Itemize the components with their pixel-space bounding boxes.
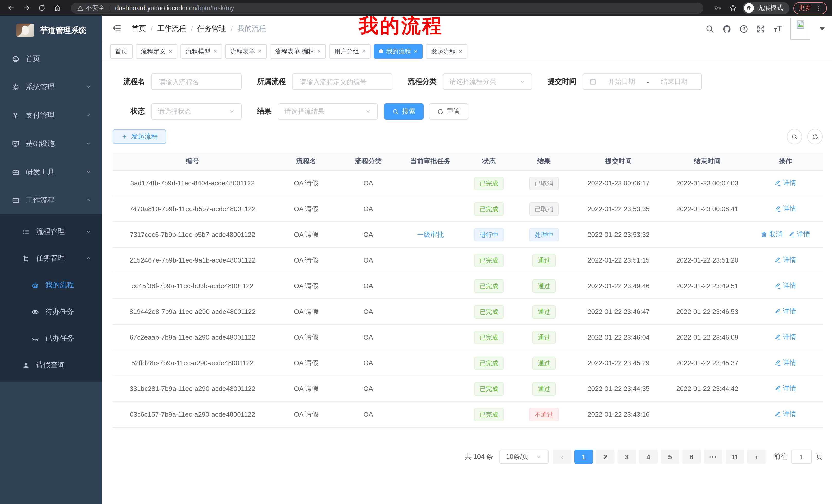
reset-button[interactable]: 重置 bbox=[429, 103, 468, 120]
page-button[interactable]: 5 bbox=[661, 450, 679, 464]
sidebar-item-payment[interactable]: ¥ 支付管理 bbox=[0, 101, 102, 130]
sidebar-item-process-mgmt[interactable]: 流程管理 bbox=[0, 218, 102, 245]
detail-button[interactable]: 详情 bbox=[775, 358, 796, 368]
detail-button[interactable]: 详情 bbox=[775, 281, 796, 290]
sidebar-item-task-mgmt[interactable]: 任务管理 bbox=[0, 245, 102, 272]
sidebar-item-label: 已办任务 bbox=[45, 334, 74, 343]
edit-pencil-icon bbox=[788, 231, 795, 238]
close-icon[interactable]: × bbox=[362, 48, 366, 55]
sidebar-item-devtools[interactable]: 研发工具 bbox=[0, 158, 102, 186]
sidebar-collapse-icon[interactable] bbox=[109, 23, 125, 34]
chevron-down-icon bbox=[519, 78, 525, 85]
view-tab[interactable]: 流程表单-编辑 × bbox=[270, 44, 326, 59]
detail-button[interactable]: 详情 bbox=[775, 410, 796, 419]
back-icon[interactable] bbox=[5, 2, 17, 13]
sidebar-item-home[interactable]: 首页 bbox=[0, 45, 102, 73]
calendar-icon bbox=[589, 78, 597, 86]
page-button[interactable]: 1 bbox=[574, 450, 593, 464]
page-button[interactable]: 4 bbox=[639, 450, 658, 464]
security-label: 不安全 bbox=[86, 4, 104, 12]
view-tab[interactable]: 流程模型 × bbox=[181, 44, 222, 59]
bookmark-star-icon[interactable] bbox=[727, 2, 738, 13]
close-icon[interactable]: × bbox=[213, 48, 217, 55]
sidebar-item-todo-tasks[interactable]: 待办任务 bbox=[0, 299, 102, 325]
detail-button[interactable]: 详情 bbox=[775, 256, 796, 265]
sidebar-item-workflow[interactable]: 工作流程 bbox=[0, 186, 102, 214]
page-size-select[interactable]: 10条/页 bbox=[499, 450, 549, 464]
category-select[interactable]: 请选择流程分类 bbox=[443, 74, 532, 90]
page-button[interactable]: › bbox=[747, 450, 766, 464]
browser-menu-icon[interactable]: ⋮ bbox=[815, 5, 822, 11]
close-icon[interactable]: × bbox=[258, 48, 262, 55]
detail-button[interactable]: 详情 bbox=[775, 178, 796, 188]
page-button[interactable]: 11 bbox=[726, 450, 744, 464]
breadcrumb-workflow[interactable]: 工作流程 bbox=[157, 24, 186, 33]
app-logo[interactable]: 芋道管理系统 bbox=[0, 16, 102, 45]
font-size-icon[interactable]: TT bbox=[774, 25, 782, 33]
address-bar[interactable]: 不安全 dashboard.yudao.iocoder.cn/bpm/task/… bbox=[71, 2, 703, 13]
sidebar-item-infra[interactable]: 基础设施 bbox=[0, 130, 102, 158]
fullscreen-icon[interactable] bbox=[757, 24, 765, 33]
page-button[interactable]: ‹ bbox=[553, 450, 571, 464]
view-tab[interactable]: 流程表单 × bbox=[225, 44, 267, 59]
sidebar-item-done-tasks[interactable]: 已办任务 bbox=[0, 325, 102, 352]
col-header-name: 流程名 bbox=[272, 157, 340, 166]
search-button[interactable]: 搜索 bbox=[384, 103, 424, 120]
close-icon[interactable]: × bbox=[317, 48, 321, 55]
process-def-input[interactable] bbox=[292, 74, 392, 90]
cancel-button[interactable]: 取消 bbox=[761, 230, 782, 239]
jump-page-input[interactable] bbox=[791, 450, 812, 464]
home-icon[interactable] bbox=[51, 2, 63, 13]
detail-button[interactable]: 详情 bbox=[788, 230, 810, 239]
github-icon[interactable] bbox=[723, 24, 731, 33]
refresh-table-button[interactable] bbox=[807, 129, 823, 144]
url-path[interactable]: /bpm/task/my bbox=[196, 4, 234, 11]
user-menu-caret-icon[interactable] bbox=[820, 27, 825, 30]
view-tab[interactable]: 我的流程 × bbox=[374, 44, 423, 59]
detail-button[interactable]: 详情 bbox=[775, 307, 796, 316]
process-def-field[interactable] bbox=[299, 77, 386, 86]
top-navbar: 首页 / 工作流程 / 任务管理 / 我的流程 我的流程 TT bbox=[102, 16, 832, 42]
breadcrumb-task-mgmt[interactable]: 任务管理 bbox=[198, 24, 226, 33]
sidebar-item-system[interactable]: 系统管理 bbox=[0, 73, 102, 101]
process-name-field[interactable] bbox=[158, 77, 235, 86]
reload-icon[interactable] bbox=[36, 2, 47, 13]
url-host[interactable]: dashboard.yudao.iocoder.cn bbox=[115, 4, 196, 11]
page-button[interactable]: 2 bbox=[596, 450, 615, 464]
view-tab[interactable]: 用户分组 × bbox=[329, 44, 371, 59]
date-range-picker[interactable]: 开始日期 - 结束日期 bbox=[582, 74, 702, 90]
close-icon[interactable]: × bbox=[459, 48, 462, 55]
detail-button[interactable]: 详情 bbox=[775, 333, 796, 342]
detail-button[interactable]: 详情 bbox=[775, 204, 796, 214]
search-icon[interactable] bbox=[706, 24, 714, 33]
sidebar-item-my-process[interactable]: 我的流程 bbox=[0, 272, 102, 299]
result-select[interactable]: 请选择流结果 bbox=[278, 103, 378, 120]
current-task-link[interactable]: 一级审批 bbox=[417, 230, 444, 239]
create-process-button[interactable]: ＋ 发起流程 bbox=[113, 130, 166, 144]
page-size-value: 10条/页 bbox=[506, 452, 529, 461]
cell-end-time: 2022-01-22 23:44:42 bbox=[663, 385, 752, 393]
close-icon[interactable]: × bbox=[169, 48, 172, 55]
end-date-placeholder[interactable]: 结束日期 bbox=[653, 77, 695, 86]
password-key-icon[interactable] bbox=[712, 2, 723, 13]
close-icon[interactable]: × bbox=[414, 48, 418, 55]
incognito-badge[interactable]: 无痕模式 bbox=[743, 2, 789, 14]
page-button[interactable]: 3 bbox=[618, 450, 636, 464]
view-tab[interactable]: 首页 bbox=[110, 44, 133, 59]
process-name-input[interactable] bbox=[151, 74, 242, 90]
status-select[interactable]: 请选择状态 bbox=[151, 103, 242, 120]
update-button[interactable]: 更新 ⋮ bbox=[794, 2, 827, 14]
page-button[interactable]: 6 bbox=[682, 450, 701, 464]
page-button[interactable]: ··· bbox=[704, 450, 723, 464]
show-search-button[interactable] bbox=[787, 129, 802, 144]
view-tab[interactable]: 发起流程 × bbox=[426, 44, 467, 59]
sidebar-item-leave-query[interactable]: 请假查询 bbox=[0, 352, 102, 379]
help-icon[interactable] bbox=[740, 24, 749, 33]
start-date-placeholder[interactable]: 开始日期 bbox=[601, 77, 643, 86]
forward-icon[interactable] bbox=[21, 2, 32, 13]
detail-button[interactable]: 详情 bbox=[775, 384, 796, 393]
breadcrumb-home[interactable]: 首页 bbox=[132, 24, 146, 33]
view-tab[interactable]: 流程定义 × bbox=[136, 44, 177, 59]
security-warning[interactable]: 不安全 bbox=[77, 4, 104, 12]
avatar[interactable] bbox=[790, 18, 810, 39]
